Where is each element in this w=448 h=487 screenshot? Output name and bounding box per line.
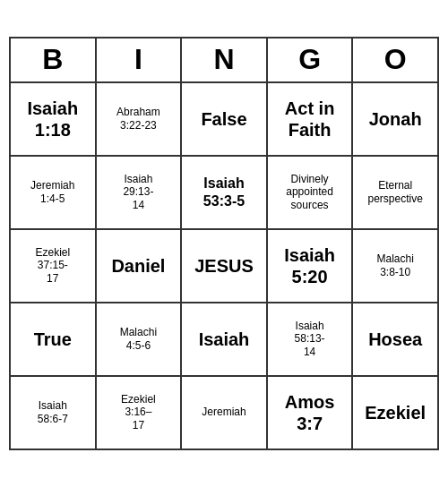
cell-text: Jeremiah (202, 406, 246, 418)
cell-text: Jonah (369, 108, 422, 130)
cell-text: Isaiah58:6-7 (38, 399, 68, 425)
header-letter: N (182, 38, 268, 82)
bingo-cell: Isaiah29:13-14 (97, 157, 183, 230)
cell-text: Act inFaith (285, 98, 335, 141)
bingo-cell: JESUS (182, 230, 268, 303)
cell-text: Isaiah (199, 329, 250, 350)
bingo-cell: True (11, 303, 97, 377)
bingo-cell: Isaiah (182, 303, 268, 377)
cell-text: Amos3:7 (285, 391, 335, 434)
bingo-cell: Divinelyappointedsources (268, 157, 354, 230)
bingo-cell: Ezekiel37:15-17 (11, 230, 97, 303)
bingo-cell: Jeremiah (182, 377, 268, 450)
cell-text: False (201, 108, 246, 130)
header-letter: G (268, 38, 354, 82)
header-letter: B (11, 38, 97, 82)
cell-text: Daniel (111, 255, 165, 277)
bingo-cell: Jonah (353, 83, 439, 157)
cell-text: Divinelyappointedsources (286, 173, 333, 211)
bingo-cell: Jeremiah1:4-5 (11, 157, 97, 230)
bingo-cell: Amos3:7 (268, 377, 354, 450)
cell-text: Eternalperspective (368, 179, 423, 205)
bingo-cell: Act inFaith (268, 83, 354, 157)
bingo-header: BINGO (9, 37, 439, 82)
cell-text: Isaiah53:3-5 (203, 175, 245, 209)
bingo-cell: Abraham3:22-23 (97, 83, 183, 157)
bingo-cell: Isaiah5:20 (268, 230, 354, 303)
cell-text: Isaiah58:13-14 (295, 320, 325, 358)
bingo-cell: Ezekiel3:16–17 (97, 377, 183, 450)
bingo-cell: False (182, 83, 268, 157)
cell-text: True (34, 329, 72, 350)
header-letter: O (353, 38, 439, 82)
bingo-cell: Ezekiel (353, 377, 439, 450)
bingo-cell: Malachi4:5-6 (97, 303, 183, 377)
cell-text: Jeremiah1:4-5 (30, 179, 74, 205)
bingo-cell: Isaiah53:3-5 (182, 157, 268, 230)
bingo-cell: Malachi3:8-10 (353, 230, 439, 303)
cell-text: Isaiah1:18 (27, 98, 78, 141)
cell-text: Ezekiel (365, 402, 426, 423)
cell-text: Ezekiel3:16–17 (121, 393, 156, 431)
cell-text: Ezekiel37:15-17 (35, 246, 70, 285)
bingo-cell: Hosea (353, 303, 439, 377)
bingo-cell: Isaiah58:6-7 (11, 377, 97, 450)
cell-text: Isaiah5:20 (284, 244, 335, 287)
bingo-cell: Isaiah58:13-14 (268, 303, 354, 377)
bingo-grid: Isaiah1:18Abraham3:22-23FalseAct inFaith… (9, 83, 439, 450)
cell-text: Abraham3:22-23 (116, 106, 160, 132)
cell-text: JESUS (194, 255, 254, 277)
bingo-cell: Isaiah1:18 (11, 83, 97, 157)
cell-text: Malachi3:8-10 (377, 252, 414, 278)
cell-text: Hosea (368, 329, 422, 350)
cell-text: Isaiah29:13-14 (123, 173, 153, 211)
bingo-card: BINGO Isaiah1:18Abraham3:22-23FalseAct i… (9, 37, 439, 449)
header-letter: I (97, 38, 183, 82)
bingo-cell: Eternalperspective (353, 157, 439, 230)
cell-text: Malachi4:5-6 (120, 326, 157, 352)
bingo-cell: Daniel (97, 230, 183, 303)
